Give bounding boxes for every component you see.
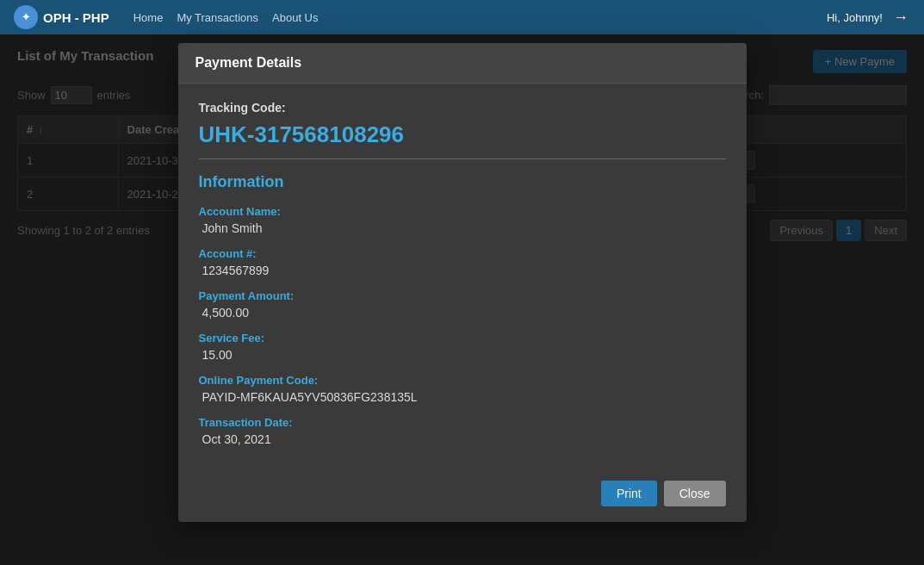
brand: ✦ OPH - PHP bbox=[14, 5, 109, 29]
info-label: Transaction Date: bbox=[199, 416, 726, 429]
info-value: Oct 30, 2021 bbox=[199, 432, 726, 446]
info-value: John Smith bbox=[199, 221, 726, 235]
info-value: 1234567899 bbox=[199, 264, 726, 277]
info-block: Service Fee: 15.00 bbox=[199, 332, 726, 362]
info-label: Account Name: bbox=[199, 205, 726, 218]
nav-home[interactable]: Home bbox=[133, 11, 164, 24]
modal-dialog: Payment Details Tracking Code: UHK-31756… bbox=[178, 43, 747, 522]
info-value: PAYID-MF6KAUA5YV50836FG238135L bbox=[199, 390, 726, 404]
info-block: Account #: 1234567899 bbox=[199, 247, 726, 277]
close-button[interactable]: Close bbox=[664, 481, 726, 506]
info-label: Payment Amount: bbox=[199, 289, 726, 302]
navbar: ✦ OPH - PHP Home My Transactions About U… bbox=[0, 0, 924, 34]
modal-header: Payment Details bbox=[178, 43, 747, 84]
modal-title: Payment Details bbox=[195, 55, 302, 71]
main-content: List of My Transaction + New Payme Show … bbox=[0, 34, 924, 565]
logout-icon[interactable]: → bbox=[891, 8, 910, 27]
modal-divider bbox=[199, 158, 726, 159]
info-block: Payment Amount: 4,500.00 bbox=[199, 289, 726, 320]
nav-transactions[interactable]: My Transactions bbox=[177, 11, 258, 24]
info-label: Account #: bbox=[199, 247, 726, 260]
info-label: Online Payment Code: bbox=[199, 374, 726, 387]
logo-icon: ✦ bbox=[14, 5, 38, 29]
brand-name: OPH - PHP bbox=[43, 10, 109, 25]
tracking-label: Tracking Code: bbox=[199, 101, 726, 115]
greeting-text: Hi, Johnny! bbox=[827, 11, 883, 24]
section-title: Information bbox=[199, 173, 726, 191]
nav-about[interactable]: About Us bbox=[272, 11, 318, 24]
info-block: Account Name: John Smith bbox=[199, 205, 726, 235]
modal-body: Tracking Code: UHK-317568108296 Informat… bbox=[178, 84, 747, 472]
tracking-code: UHK-317568108296 bbox=[199, 121, 726, 148]
info-label: Service Fee: bbox=[199, 332, 726, 345]
nav-links: Home My Transactions About Us bbox=[133, 11, 319, 24]
info-value: 4,500.00 bbox=[199, 306, 726, 320]
modal-footer: Print Close bbox=[178, 472, 747, 522]
info-block: Online Payment Code: PAYID-MF6KAUA5YV508… bbox=[199, 374, 726, 404]
print-button[interactable]: Print bbox=[601, 481, 657, 506]
modal-fields: Account Name: John Smith Account #: 1234… bbox=[199, 205, 726, 446]
info-value: 15.00 bbox=[199, 348, 726, 362]
navbar-right: Hi, Johnny! → bbox=[827, 8, 910, 27]
info-block: Transaction Date: Oct 30, 2021 bbox=[199, 416, 726, 446]
modal-overlay: Payment Details Tracking Code: UHK-31756… bbox=[0, 34, 924, 565]
